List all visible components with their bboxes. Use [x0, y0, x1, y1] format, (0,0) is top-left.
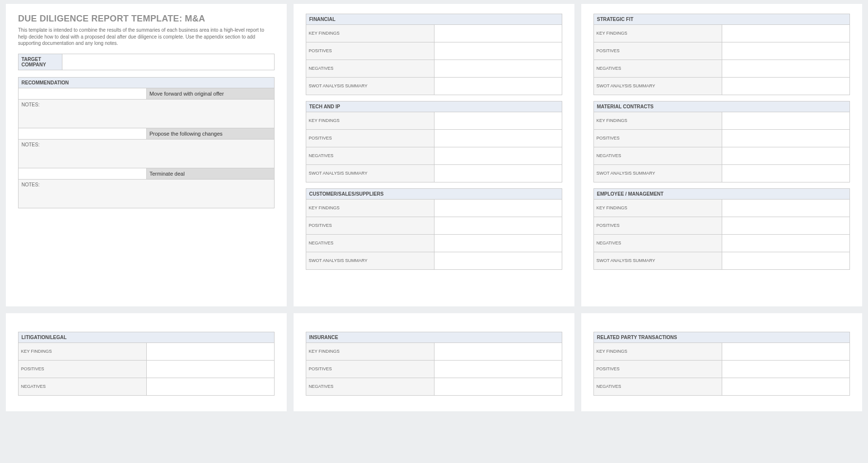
rec-checkbox-2[interactable] — [19, 168, 147, 179]
section-row-value[interactable] — [434, 378, 562, 396]
section-row-value[interactable] — [722, 147, 850, 165]
section-row-label: SWOT ANALYSIS SUMMARY — [306, 252, 434, 270]
section-row-value[interactable] — [146, 378, 275, 396]
section-row-value[interactable] — [722, 200, 850, 217]
rec-notes-2[interactable]: NOTES: — [19, 179, 275, 208]
section-row-label: NEGATIVES — [594, 60, 722, 78]
page-overview: DUE DILIGENCE REPORT TEMPLATE: M&A This … — [6, 4, 287, 306]
section-row-label: POSITIVES — [306, 42, 434, 60]
section-table: STRATEGIC FITKEY FINDINGSPOSITIVESNEGATI… — [593, 14, 850, 95]
section-row-label: NEGATIVES — [594, 378, 722, 396]
section-row-value[interactable] — [722, 343, 850, 361]
section-header: CUSTOMER/SALES/SUPPLIERS — [306, 189, 562, 200]
section-row-label: NEGATIVES — [594, 147, 722, 165]
section-row-value[interactable] — [434, 235, 562, 252]
target-company-label: TARGET COMPANY — [19, 54, 62, 70]
section-row-label: POSITIVES — [594, 42, 722, 60]
section-row-value[interactable] — [722, 130, 850, 147]
section-row-label: KEY FINDINGS — [594, 200, 722, 217]
section-row-label: KEY FINDINGS — [306, 343, 434, 361]
rec-notes-1[interactable]: NOTES: — [19, 139, 275, 168]
section-row-label: NEGATIVES — [306, 60, 434, 78]
section-header: RELATED PARTY TRANSACTIONS — [594, 332, 850, 343]
section-row-label: KEY FINDINGS — [594, 343, 722, 361]
section-row-value[interactable] — [722, 25, 850, 42]
section-row-label: KEY FINDINGS — [306, 25, 434, 42]
section-row-value[interactable] — [722, 378, 850, 396]
section-table: INSURANCEKEY FINDINGSPOSITIVESNEGATIVES — [306, 332, 562, 396]
section-row-value[interactable] — [434, 165, 562, 182]
section-row-value[interactable] — [722, 78, 850, 95]
section-row-value[interactable] — [722, 112, 850, 130]
section-header: MATERIAL CONTRACTS — [594, 101, 850, 112]
report-title: DUE DILIGENCE REPORT TEMPLATE: M&A — [18, 14, 275, 24]
section-row-label: POSITIVES — [306, 130, 434, 147]
section-row-label: POSITIVES — [19, 361, 147, 378]
page-sections-d: INSURANCEKEY FINDINGSPOSITIVESNEGATIVES — [294, 313, 574, 411]
section-row-value[interactable] — [434, 200, 562, 217]
section-row-value[interactable] — [722, 217, 850, 235]
section-row-label: SWOT ANALYSIS SUMMARY — [594, 78, 722, 95]
section-row-value[interactable] — [722, 165, 850, 182]
section-row-value[interactable] — [434, 25, 562, 42]
section-row-value[interactable] — [722, 252, 850, 270]
section-table: RELATED PARTY TRANSACTIONSKEY FINDINGSPO… — [593, 332, 850, 396]
section-row-label: KEY FINDINGS — [306, 112, 434, 130]
section-row-value[interactable] — [434, 42, 562, 60]
page-sections-e: RELATED PARTY TRANSACTIONSKEY FINDINGSPO… — [581, 313, 862, 411]
section-table: TECH AND IPKEY FINDINGSPOSITIVESNEGATIVE… — [306, 101, 562, 182]
section-row-label: NEGATIVES — [306, 378, 434, 396]
section-row-label: SWOT ANALYSIS SUMMARY — [306, 78, 434, 95]
section-row-value[interactable] — [722, 42, 850, 60]
section-table: MATERIAL CONTRACTSKEY FINDINGSPOSITIVESN… — [593, 101, 850, 182]
section-row-label: SWOT ANALYSIS SUMMARY — [306, 165, 434, 182]
section-row-value[interactable] — [722, 60, 850, 78]
section-row-value[interactable] — [434, 343, 562, 361]
section-table: CUSTOMER/SALES/SUPPLIERSKEY FINDINGSPOSI… — [306, 188, 562, 270]
recommendation-table: RECOMMENDATION Move forward with origina… — [18, 77, 275, 208]
page-sections-b: STRATEGIC FITKEY FINDINGSPOSITIVESNEGATI… — [581, 4, 862, 306]
report-intro: This template is intended to combine the… — [18, 27, 275, 47]
rec-checkbox-0[interactable] — [19, 88, 147, 99]
section-row-value[interactable] — [434, 112, 562, 130]
section-table: EMPLOYEE / MANAGEMENTKEY FINDINGSPOSITIV… — [593, 188, 850, 270]
target-company-value[interactable] — [62, 54, 275, 70]
section-row-value[interactable] — [434, 147, 562, 165]
section-header: LITIGATION/LEGAL — [19, 332, 275, 343]
section-row-value[interactable] — [434, 78, 562, 95]
section-row-label: KEY FINDINGS — [306, 200, 434, 217]
section-header: INSURANCE — [306, 332, 562, 343]
recommendation-header: RECOMMENDATION — [19, 77, 275, 88]
section-row-label: SWOT ANALYSIS SUMMARY — [594, 252, 722, 270]
section-row-value[interactable] — [434, 361, 562, 378]
section-row-value[interactable] — [434, 252, 562, 270]
section-header: EMPLOYEE / MANAGEMENT — [594, 189, 850, 200]
section-row-value[interactable] — [434, 217, 562, 235]
section-row-label: POSITIVES — [594, 217, 722, 235]
section-row-label: POSITIVES — [306, 361, 434, 378]
section-header: FINANCIAL — [306, 14, 562, 25]
section-table: FINANCIALKEY FINDINGSPOSITIVESNEGATIVESS… — [306, 14, 562, 95]
section-row-value[interactable] — [146, 361, 275, 378]
section-header: STRATEGIC FIT — [594, 14, 850, 25]
section-row-label: POSITIVES — [306, 217, 434, 235]
section-row-value[interactable] — [434, 130, 562, 147]
rec-notes-0[interactable]: NOTES: — [19, 99, 275, 128]
section-table: LITIGATION/LEGALKEY FINDINGSPOSITIVESNEG… — [18, 332, 275, 396]
section-row-label: NEGATIVES — [594, 235, 722, 252]
page-sections-c: LITIGATION/LEGALKEY FINDINGSPOSITIVESNEG… — [6, 313, 287, 411]
section-row-label: KEY FINDINGS — [594, 25, 722, 42]
section-row-label: NEGATIVES — [306, 235, 434, 252]
target-company-table: TARGET COMPANY — [18, 54, 275, 70]
section-row-label: NEGATIVES — [19, 378, 147, 396]
section-row-label: KEY FINDINGS — [594, 112, 722, 130]
section-header: TECH AND IP — [306, 101, 562, 112]
page-sections-a: FINANCIALKEY FINDINGSPOSITIVESNEGATIVESS… — [294, 4, 574, 306]
section-row-value[interactable] — [146, 343, 275, 361]
rec-checkbox-1[interactable] — [19, 128, 147, 139]
rec-option-2: Terminate deal — [146, 168, 275, 179]
section-row-value[interactable] — [434, 60, 562, 78]
section-row-value[interactable] — [722, 361, 850, 378]
section-row-label: NEGATIVES — [306, 147, 434, 165]
section-row-value[interactable] — [722, 235, 850, 252]
